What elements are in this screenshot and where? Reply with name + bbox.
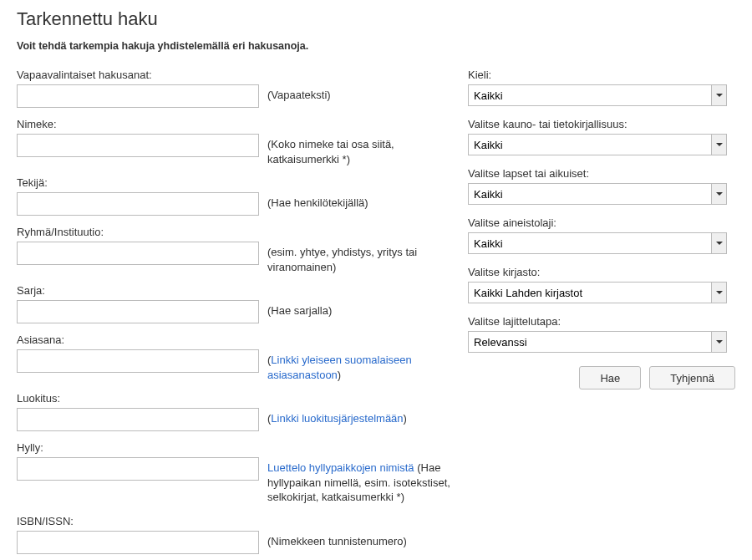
intro-text: Voit tehdä tarkempia hakuja yhdistelemäl… <box>17 40 735 52</box>
shelf-input[interactable] <box>17 457 259 481</box>
right-column: Kieli: Kaikki Valitse kauno- tai tietoki… <box>468 69 735 560</box>
sort-select[interactable]: Relevanssi <box>468 331 727 353</box>
shelf-link[interactable]: Luettelo hyllypaikkojen nimistä <box>267 461 414 474</box>
sort-label: Valitse lajittelutapa: <box>468 315 735 328</box>
series-input[interactable] <box>17 300 259 323</box>
classification-hint-suffix: ) <box>404 412 407 425</box>
clear-button[interactable]: Tyhjennä <box>649 366 735 389</box>
free-text-hint: (Vapaateksti) <box>267 84 451 103</box>
fiction-label: Valitse kauno- tai tietokirjallisuus: <box>468 118 735 130</box>
material-label: Valitse aineistolaji: <box>468 216 735 229</box>
language-label: Kieli: <box>468 69 735 81</box>
left-column: Vapaavalintaiset hakusanat: (Vapaateksti… <box>17 69 451 560</box>
free-text-input[interactable] <box>17 84 259 108</box>
isbn-input[interactable] <box>17 531 259 554</box>
isbn-hint: (Nimekkeen tunnistenumero) <box>267 531 451 549</box>
classification-label: Luokitus: <box>17 392 451 405</box>
classification-hint: (Linkki luokitusjärjestelmään) <box>267 408 451 426</box>
subject-input[interactable] <box>17 349 259 373</box>
search-button[interactable]: Hae <box>579 366 641 389</box>
author-input[interactable] <box>17 192 259 216</box>
group-hint: (esim. yhtye, yhdistys, yritys tai viran… <box>267 242 451 274</box>
shelf-label: Hylly: <box>17 441 451 454</box>
series-hint: (Hae sarjalla) <box>267 300 451 318</box>
title-label: Nimeke: <box>17 118 451 130</box>
material-select[interactable]: Kaikki <box>468 232 727 254</box>
classification-link[interactable]: Linkki luokitusjärjestelmään <box>271 412 403 425</box>
series-label: Sarja: <box>17 284 451 297</box>
fiction-select[interactable]: Kaikki <box>468 134 727 155</box>
title-input[interactable] <box>17 134 259 157</box>
subject-label: Asiasana: <box>17 333 451 346</box>
free-text-label: Vapaavalintaiset hakusanat: <box>17 69 451 81</box>
language-select[interactable]: Kaikki <box>468 84 727 106</box>
author-hint: (Hae henkilötekijällä) <box>267 192 451 211</box>
group-input[interactable] <box>17 242 259 265</box>
library-label: Valitse kirjasto: <box>468 266 735 278</box>
classification-input[interactable] <box>17 408 259 431</box>
audience-label: Valitse lapset tai aikuiset: <box>468 167 735 180</box>
page-title: Tarkennettu haku <box>17 8 735 30</box>
author-label: Tekijä: <box>17 176 451 189</box>
isbn-label: ISBN/ISSN: <box>17 515 451 527</box>
group-label: Ryhmä/Instituutio: <box>17 226 451 238</box>
audience-select[interactable]: Kaikki <box>468 183 727 205</box>
subject-hint: (Linkki yleiseen suomalaiseen asiasanast… <box>267 349 451 382</box>
library-select[interactable]: Kaikki Lahden kirjastot <box>468 282 727 303</box>
shelf-hint: Luettelo hyllypaikkojen nimistä (Hae hyl… <box>267 457 451 505</box>
title-hint: (Koko nimeke tai osa siitä, katkaisumerk… <box>267 134 451 166</box>
subject-hint-suffix: ) <box>338 369 341 381</box>
